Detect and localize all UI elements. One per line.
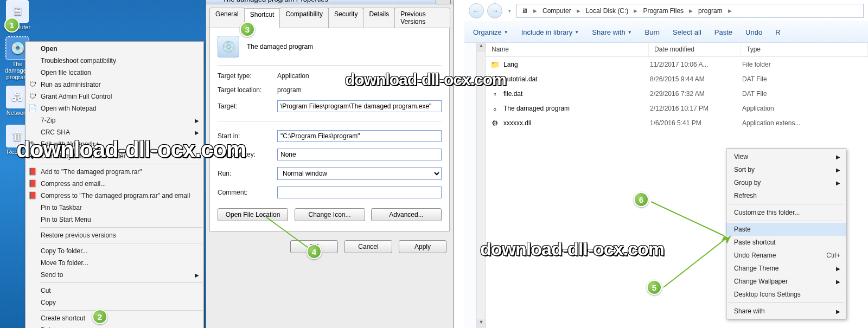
tab-general[interactable]: General bbox=[209, 8, 245, 28]
context-menu-item[interactable]: Open file location bbox=[25, 67, 203, 79]
cmd-share-with[interactable]: Share with▼ bbox=[592, 28, 631, 36]
menu-item-icon: 🛡 bbox=[28, 80, 37, 89]
menu-item-label: Copy To folder... bbox=[41, 247, 88, 255]
breadcrumb-segment[interactable]: Local Disk (C:) bbox=[582, 4, 633, 17]
context-menu-item[interactable]: Delete bbox=[25, 324, 203, 328]
command-bar: Organize▼ Include in library▼ Share with… bbox=[464, 22, 868, 43]
context-menu-item[interactable]: Share with▶ bbox=[726, 305, 846, 318]
program-name: The damaged program bbox=[247, 43, 313, 50]
breadcrumb-segment[interactable]: program bbox=[694, 4, 727, 17]
cmd-include-in-library[interactable]: Include in library▼ bbox=[521, 28, 579, 36]
cmd-burn[interactable]: Burn bbox=[645, 28, 660, 36]
history-dropdown[interactable]: ▾ bbox=[506, 3, 513, 18]
menu-item-label: Change Theme bbox=[734, 265, 779, 272]
context-menu-item[interactable]: 📕Compress and email... bbox=[25, 178, 203, 190]
tab-previous-versions[interactable]: Previous Versions bbox=[394, 8, 450, 28]
context-menu-item[interactable]: Restore previous versions bbox=[25, 229, 203, 241]
context-menu-item[interactable]: View▶ bbox=[726, 150, 846, 163]
context-menu-item[interactable]: Change Wallpaper▶ bbox=[726, 275, 846, 288]
menu-item-label: Paste bbox=[734, 226, 751, 233]
dialog-body: 💿 The damaged program Target type: Appli… bbox=[209, 28, 450, 231]
comment-input[interactable] bbox=[277, 186, 442, 198]
col-name[interactable]: Name bbox=[486, 43, 649, 56]
close-button[interactable]: ✕ bbox=[436, 0, 451, 4]
menu-item-label: Compress to "The damaged program.rar" an… bbox=[41, 192, 190, 200]
tab-compatibility[interactable]: Compatibility bbox=[279, 8, 329, 28]
file-row[interactable]: ▫file.dat2/29/2016 7:32 AMDAT File bbox=[486, 86, 868, 101]
menu-item-label: Group by bbox=[734, 179, 761, 186]
label-run: Run: bbox=[218, 170, 277, 177]
context-menu-item[interactable]: Cut bbox=[25, 285, 203, 297]
open-file-location-button[interactable]: Open File Location bbox=[218, 208, 288, 221]
context-menu-item[interactable]: Copy bbox=[25, 297, 203, 308]
chevron-right-icon: ▶ bbox=[633, 8, 639, 14]
context-menu-item[interactable]: Customize this folder... bbox=[726, 206, 846, 219]
context-menu-item[interactable]: 📄Open with Notepad bbox=[25, 102, 203, 114]
cancel-button[interactable]: Cancel bbox=[344, 240, 392, 253]
forward-button[interactable]: → bbox=[487, 3, 502, 18]
scroll-down-icon[interactable]: ▼ bbox=[477, 319, 486, 328]
context-menu-item[interactable]: Create shortcut bbox=[25, 312, 203, 324]
address-bar[interactable]: 🖥▶Computer▶Local Disk (C:)▶Program Files… bbox=[516, 4, 864, 18]
shortcut-key-input[interactable] bbox=[277, 149, 442, 160]
context-menu-item[interactable]: Move To folder... bbox=[25, 257, 203, 269]
context-menu-item[interactable]: Group by▶ bbox=[726, 176, 846, 189]
context-menu-item[interactable]: 7-Zip▶ bbox=[25, 114, 203, 126]
tab-details[interactable]: Details bbox=[363, 8, 395, 28]
context-menu-item[interactable]: Paste shortcut bbox=[726, 236, 846, 249]
cmd-redo[interactable]: R bbox=[775, 28, 780, 36]
cmd-undo[interactable]: Undo bbox=[745, 28, 762, 36]
context-menu-item[interactable]: 🛡Run as administrator bbox=[25, 79, 203, 91]
context-menu-item[interactable]: Paste bbox=[726, 223, 846, 236]
file-type: DAT File bbox=[742, 75, 868, 83]
file-row[interactable]: ⬨The damaged program2/12/2016 10:17 PMAp… bbox=[486, 101, 868, 115]
context-menu-item[interactable]: Pin to Start Menu bbox=[25, 214, 203, 226]
advanced-button[interactable]: Advanced... bbox=[371, 208, 442, 221]
context-menu-item[interactable]: Desktop Icons Settings bbox=[726, 288, 846, 301]
context-menu-item[interactable]: Open bbox=[25, 43, 203, 55]
tab-security[interactable]: Security bbox=[328, 8, 363, 28]
menu-item-label: Add to "The damaged program.rar" bbox=[41, 168, 142, 176]
file-type: File folder bbox=[742, 61, 868, 68]
start-in-input[interactable] bbox=[277, 130, 442, 142]
context-menu-item[interactable]: 🛡Grant Admin Full Control bbox=[25, 91, 203, 102]
step-badge-5: 5 bbox=[647, 280, 662, 295]
context-menu-item[interactable]: Copy To folder... bbox=[25, 245, 203, 257]
context-menu-item[interactable]: 📕Compress to "The damaged program.rar" a… bbox=[25, 190, 203, 202]
file-row[interactable]: ▫autotrial.dat8/26/2015 9:44 AMDAT File bbox=[486, 72, 868, 86]
submenu-arrow-icon: ▶ bbox=[836, 180, 840, 186]
step-badge-1: 1 bbox=[4, 17, 20, 33]
context-menu-item[interactable]: Undo RenameCtrl+ bbox=[726, 249, 846, 262]
apply-button[interactable]: Apply bbox=[399, 240, 446, 253]
context-menu-item[interactable]: Change Theme▶ bbox=[726, 262, 846, 275]
menu-item-label: Change Wallpaper bbox=[734, 278, 788, 285]
target-input[interactable] bbox=[277, 100, 442, 112]
change-icon-button[interactable]: Change Icon... bbox=[295, 208, 365, 221]
cmd-select-all[interactable]: Select all bbox=[673, 28, 701, 36]
file-row[interactable]: ⚙xxxxxx.dll1/6/2016 5:41 PMApplication e… bbox=[486, 115, 868, 130]
back-button[interactable]: ← bbox=[469, 3, 484, 18]
context-menu-item[interactable]: Sort by▶ bbox=[726, 163, 846, 176]
file-name: Lang bbox=[500, 61, 650, 68]
menu-item-label: Open bbox=[41, 45, 58, 53]
menu-item-label: Compress and email... bbox=[41, 180, 106, 188]
breadcrumb-segment[interactable]: Program Files bbox=[639, 4, 688, 17]
scroll-up-icon[interactable]: ▲ bbox=[477, 43, 486, 52]
file-name: autotrial.dat bbox=[500, 75, 650, 83]
computer-icon[interactable]: 🖥 bbox=[517, 4, 532, 17]
context-menu-item[interactable]: Refresh bbox=[726, 189, 846, 202]
submenu-arrow-icon: ▶ bbox=[836, 266, 840, 272]
context-menu-item[interactable]: Pin to Taskbar bbox=[25, 202, 203, 214]
breadcrumb-segment[interactable]: Computer bbox=[538, 4, 576, 17]
context-menu-item[interactable]: Send to▶ bbox=[25, 269, 203, 281]
menu-item-icon: 🛡 bbox=[28, 92, 37, 101]
context-menu-item[interactable]: Troubleshoot compatibility bbox=[25, 55, 203, 67]
col-date[interactable]: Date modified bbox=[649, 43, 741, 56]
col-type[interactable]: Type bbox=[741, 43, 868, 56]
run-select[interactable]: Normal window bbox=[277, 167, 442, 180]
titlebar: The damaged program Properties ✕ bbox=[206, 0, 453, 4]
cmd-paste[interactable]: Paste bbox=[714, 28, 732, 36]
file-row[interactable]: 📁Lang11/2/2017 10:06 A...File folder bbox=[486, 57, 868, 72]
cmd-organize[interactable]: Organize▼ bbox=[473, 28, 508, 36]
context-menu-item[interactable]: 📕Add to "The damaged program.rar" bbox=[25, 166, 203, 178]
